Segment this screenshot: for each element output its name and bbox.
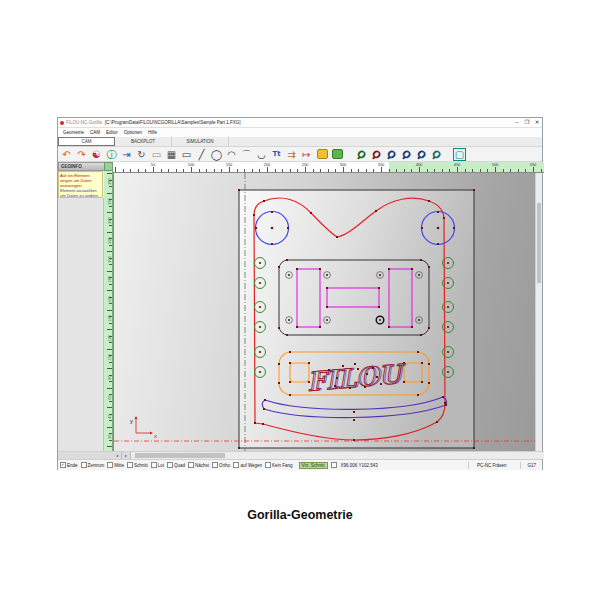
ruler-tick xyxy=(404,169,405,172)
ruler-tick xyxy=(259,169,260,172)
snap-checkbox[interactable] xyxy=(167,462,173,468)
snap-option-ende[interactable]: ✓Ende xyxy=(60,462,78,468)
ruler-tick xyxy=(244,169,245,172)
ruler-label-h: 550 xyxy=(530,162,537,167)
rectangle-tool-icon[interactable]: ▭ xyxy=(180,148,193,161)
virt-schnitt-button[interactable]: Virt. Schnitt xyxy=(299,462,328,469)
snap-label: auf Wegen xyxy=(240,463,262,468)
ruler-tick xyxy=(541,169,542,172)
circle-tool-icon[interactable]: ◯ xyxy=(210,148,223,161)
text-tool-icon[interactable]: Tt xyxy=(270,148,283,161)
rotate-icon[interactable]: ↻ xyxy=(135,148,148,161)
snap-checkbox[interactable] xyxy=(81,462,87,468)
ruler-tick xyxy=(145,169,146,172)
close-button[interactable]: ✕ xyxy=(532,118,542,127)
ruler-tick xyxy=(472,169,473,172)
ruler-tick xyxy=(107,388,112,389)
lock-closed-icon[interactable] xyxy=(317,149,328,159)
ruler-tick xyxy=(381,167,382,172)
ruler-label-h: 50 xyxy=(151,162,155,167)
snap-label: Zentrum xyxy=(88,463,105,468)
ruler-label-h: 250 xyxy=(302,162,309,167)
tab-simulation[interactable]: SIMULATION xyxy=(172,137,229,146)
snap-option-lot[interactable]: Lot xyxy=(151,462,164,468)
snap-label: Quad xyxy=(174,463,185,468)
ruler-tick xyxy=(320,169,321,172)
mode-tabs: CAMBACKPLOTSIMULATION xyxy=(58,137,542,147)
snap-option-auf-wegen[interactable]: auf Wegen xyxy=(233,462,262,468)
filou-swirl-icon[interactable]: ☯ xyxy=(90,148,103,161)
ruler-label-v: 80 xyxy=(107,373,112,383)
menu-item-geometrie[interactable]: Geometrie xyxy=(60,130,87,135)
ruler-label-v: 40 xyxy=(107,412,112,422)
snap-label: Nächst xyxy=(195,463,209,468)
extra-checkbox[interactable] xyxy=(331,462,337,468)
ruler-label-v: 60 xyxy=(107,392,112,402)
lock-open-icon[interactable] xyxy=(332,149,343,159)
vertical-scrollbar-thumb[interactable] xyxy=(537,203,541,283)
ruler-tick xyxy=(206,169,207,172)
snap-options: ✓EndeZentrumMitteSchnittLotQuadNächstOrt… xyxy=(60,462,296,468)
undo-icon[interactable]: ↶ xyxy=(60,148,73,161)
vertical-scrollbar[interactable] xyxy=(535,173,542,451)
ruler-tick xyxy=(427,169,428,172)
capture-region-icon[interactable]: ▢ xyxy=(453,148,466,161)
bottom-left-corner xyxy=(58,451,113,459)
menu-item-optionen[interactable]: Optionen xyxy=(121,130,145,135)
horizontal-scrollbar-thumb[interactable] xyxy=(135,453,225,458)
delete-icon[interactable]: ▦ xyxy=(165,148,178,161)
menu-item-editor[interactable]: Editor xyxy=(103,130,121,135)
snap-option-kein-fang[interactable]: Kein Fang xyxy=(265,462,293,468)
ruler-tick xyxy=(434,169,435,172)
ruler-tick xyxy=(267,167,268,172)
ruler-tick xyxy=(351,169,352,172)
snap-option-quad[interactable]: Quad xyxy=(167,462,185,468)
snap-option-mitte[interactable]: Mitte xyxy=(107,462,124,468)
tab-cam[interactable]: CAM xyxy=(58,137,115,146)
ruler-label-v: 20 xyxy=(107,431,112,441)
snap-checkbox[interactable] xyxy=(107,462,113,468)
fit-width-icon[interactable]: ⇥ xyxy=(120,148,133,161)
info-icon[interactable]: ⓘ xyxy=(105,148,118,161)
maximize-button[interactable]: ❐ xyxy=(522,118,532,127)
snap-option-ortho[interactable]: Ortho xyxy=(212,462,230,468)
redraw-icon[interactable]: Ϙ xyxy=(427,145,445,163)
fillet-tool-icon[interactable]: ◡ xyxy=(255,148,268,161)
menu-item-hilfe[interactable]: Hilfe xyxy=(145,130,160,135)
scroll-left-button[interactable]: ◂ xyxy=(113,452,122,459)
ruler-label-v: 240 xyxy=(107,216,112,226)
snap-checkbox[interactable]: ✓ xyxy=(60,462,66,468)
snap-checkbox[interactable] xyxy=(233,462,239,468)
snap-checkbox[interactable] xyxy=(151,462,157,468)
tab-backplot[interactable]: BACKPLOT xyxy=(115,137,172,146)
redo-icon[interactable]: ↷ xyxy=(75,148,88,161)
ruler-tick xyxy=(123,169,124,172)
snap-option-zentrum[interactable]: Zentrum xyxy=(81,462,105,468)
snap-move-icon[interactable]: ↦ xyxy=(300,148,313,161)
ruler-label-h: 200 xyxy=(264,162,271,167)
move-points-icon[interactable]: ⇉ xyxy=(285,148,298,161)
minimize-button[interactable]: – xyxy=(512,118,522,127)
snap-option-schnitt[interactable]: Schnitt xyxy=(127,462,148,468)
horizontal-scrollbar[interactable]: ◂ ▸ xyxy=(113,451,544,459)
drawing-canvas[interactable]: FILOU FILOU xyxy=(113,173,537,451)
selection-frame-icon[interactable]: ▭ xyxy=(150,148,163,161)
ruler-tick xyxy=(107,427,112,428)
snap-checkbox[interactable] xyxy=(265,462,271,468)
title-bar[interactable]: FILOU-NC-Gorilla [C:\ProgramData\FILOU\N… xyxy=(58,118,542,128)
snap-label: Ortho xyxy=(219,463,230,468)
app-window: FILOU-NC-Gorilla [C:\ProgramData\FILOU\N… xyxy=(57,117,543,470)
snap-checkbox[interactable] xyxy=(127,462,133,468)
tangent-line-tool-icon[interactable]: ⌒ xyxy=(240,148,253,161)
ruler-tick xyxy=(107,349,112,350)
ruler-tick xyxy=(366,169,367,172)
snap-option-nächst[interactable]: Nächst xyxy=(188,462,209,468)
ruler-label-v: 160 xyxy=(107,294,112,304)
line-tool-icon[interactable]: ╱ xyxy=(195,148,208,161)
snap-checkbox[interactable] xyxy=(188,462,194,468)
snap-label: Ende xyxy=(67,463,78,468)
snap-checkbox[interactable] xyxy=(212,462,218,468)
scroll-right-button[interactable]: ▸ xyxy=(122,452,131,459)
arc-tool-icon[interactable]: ◠ xyxy=(225,148,238,161)
menu-item-cam[interactable]: CAM xyxy=(87,130,103,135)
